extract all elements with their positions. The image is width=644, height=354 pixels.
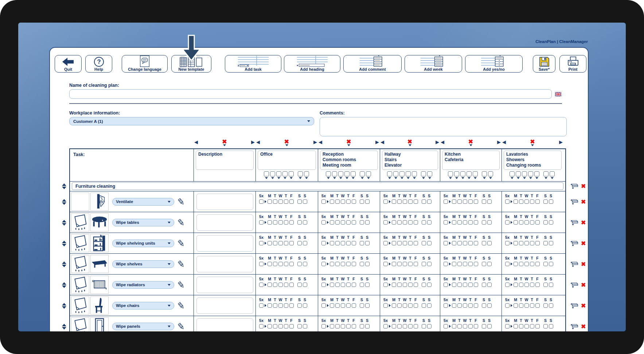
expand-days-icon[interactable] <box>389 304 391 307</box>
day-checkbox[interactable] <box>403 324 407 328</box>
frequency-checkbox[interactable] <box>259 262 264 266</box>
day-checkbox[interactable] <box>408 324 413 328</box>
column-day-checkbox[interactable] <box>488 171 493 176</box>
frequency-checkbox[interactable] <box>444 303 448 308</box>
day-checkbox[interactable] <box>463 199 467 204</box>
expand-days-icon[interactable] <box>511 283 512 286</box>
day-checkbox[interactable] <box>403 262 407 266</box>
day-checkbox[interactable] <box>474 324 478 328</box>
delete-column-icon[interactable]: ✖ <box>468 139 473 144</box>
task-icon-box[interactable] <box>90 213 109 232</box>
workplace-select[interactable]: Customer A (1) <box>69 117 314 125</box>
day-checkbox[interactable] <box>297 220 302 225</box>
task-select[interactable]: Wipe panels <box>112 323 174 330</box>
day-checkbox[interactable] <box>273 262 277 266</box>
delete-row-icon[interactable]: ✖ <box>581 199 586 205</box>
day-checkbox[interactable] <box>514 324 518 328</box>
expand-days-icon[interactable] <box>327 283 329 286</box>
day-checkbox[interactable] <box>414 324 418 328</box>
description-input-box[interactable] <box>196 194 253 210</box>
expand-days-icon[interactable] <box>265 200 266 203</box>
expand-days-icon[interactable] <box>265 221 266 224</box>
day-checkbox[interactable] <box>427 241 432 245</box>
day-checkbox[interactable] <box>330 303 334 308</box>
reorder-row-handle[interactable] <box>62 241 66 246</box>
day-checkbox[interactable] <box>474 283 478 287</box>
day-checkbox[interactable] <box>289 262 294 266</box>
chevron-down-icon[interactable] <box>535 177 538 179</box>
day-checkbox[interactable] <box>427 283 432 287</box>
day-checkbox[interactable] <box>549 241 553 245</box>
day-checkbox[interactable] <box>452 283 456 287</box>
task-icon-box[interactable] <box>71 234 89 252</box>
day-checkbox[interactable] <box>268 303 272 308</box>
day-checkbox[interactable] <box>468 324 473 328</box>
day-checkbox[interactable] <box>352 220 356 225</box>
day-checkbox[interactable] <box>524 241 529 245</box>
day-checkbox[interactable] <box>341 220 345 225</box>
day-checkbox[interactable] <box>408 241 413 245</box>
expand-days-icon[interactable] <box>511 200 512 203</box>
day-checkbox[interactable] <box>278 283 283 287</box>
day-checkbox[interactable] <box>530 262 534 266</box>
day-checkbox[interactable] <box>330 283 334 287</box>
day-checkbox[interactable] <box>524 220 529 225</box>
day-checkbox[interactable] <box>346 199 351 204</box>
day-checkbox[interactable] <box>397 241 402 245</box>
frequency-checkbox[interactable] <box>383 303 388 308</box>
day-checkbox[interactable] <box>543 199 548 204</box>
day-checkbox[interactable] <box>352 199 356 204</box>
move-column-right-icon[interactable]: ▶ <box>436 139 439 145</box>
day-checkbox[interactable] <box>397 283 402 287</box>
move-column-left-icon[interactable]: ◀ <box>441 139 444 145</box>
chevron-down-icon[interactable] <box>428 177 431 179</box>
chevron-down-icon[interactable] <box>468 177 471 179</box>
day-checkbox[interactable] <box>268 241 272 245</box>
day-checkbox[interactable] <box>341 241 345 245</box>
insert-row-icon[interactable] <box>570 282 578 288</box>
day-checkbox[interactable] <box>463 324 467 328</box>
day-checkbox[interactable] <box>457 324 462 328</box>
day-checkbox[interactable] <box>524 303 529 308</box>
description-input-box[interactable] <box>196 235 253 252</box>
day-checkbox[interactable] <box>549 262 553 266</box>
day-checkbox[interactable] <box>422 283 426 287</box>
reorder-row-handle[interactable] <box>62 183 66 189</box>
day-checkbox[interactable] <box>346 220 351 225</box>
day-checkbox[interactable] <box>284 241 288 245</box>
day-checkbox[interactable] <box>427 303 432 308</box>
chevron-down-icon[interactable] <box>223 144 226 146</box>
expand-days-icon[interactable] <box>265 262 266 265</box>
day-checkbox[interactable] <box>403 199 407 204</box>
column-day-checkbox[interactable] <box>276 171 281 176</box>
chevron-down-icon[interactable] <box>455 177 458 179</box>
column-day-checkbox[interactable] <box>264 171 269 176</box>
expand-days-icon[interactable] <box>327 200 329 203</box>
edit-task-pencil-icon[interactable] <box>177 219 185 226</box>
day-checkbox[interactable] <box>463 241 467 245</box>
column-day-checkbox[interactable] <box>528 171 533 176</box>
chevron-down-icon[interactable] <box>265 177 268 179</box>
frequency-checkbox[interactable] <box>321 324 326 328</box>
day-checkbox[interactable] <box>352 241 356 245</box>
day-checkbox[interactable] <box>408 303 413 308</box>
day-checkbox[interactable] <box>335 303 340 308</box>
chevron-down-icon[interactable] <box>461 177 464 179</box>
day-checkbox[interactable] <box>284 220 288 225</box>
day-checkbox[interactable] <box>330 199 334 204</box>
day-checkbox[interactable] <box>468 220 473 225</box>
comments-input[interactable] <box>320 117 567 136</box>
day-checkbox[interactable] <box>524 199 529 204</box>
task-icon-box[interactable] <box>71 192 89 211</box>
expand-days-icon[interactable] <box>265 283 266 286</box>
day-checkbox[interactable] <box>543 262 548 266</box>
frequency-checkbox[interactable] <box>321 283 326 287</box>
frequency-checkbox[interactable] <box>505 199 510 204</box>
delete-row-icon[interactable]: ✖ <box>581 241 586 246</box>
day-checkbox[interactable] <box>365 303 370 308</box>
day-checkbox[interactable] <box>549 199 553 204</box>
description-input-box[interactable] <box>196 277 253 293</box>
frequency-checkbox[interactable] <box>444 262 448 266</box>
column-day-checkbox[interactable] <box>510 171 515 176</box>
day-checkbox[interactable] <box>487 220 492 225</box>
